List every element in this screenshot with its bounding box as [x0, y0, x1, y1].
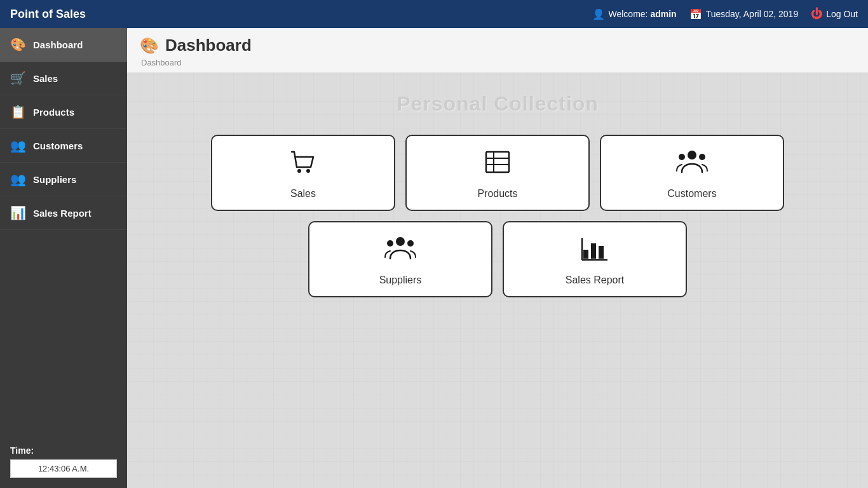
welcome-text: Welcome: admin — [609, 9, 677, 19]
sales-icon: 🛒 — [10, 71, 25, 86]
svg-rect-14 — [599, 246, 604, 259]
logout-label: Log Out — [826, 9, 858, 19]
svg-point-9 — [396, 237, 405, 246]
grid-row-1: Sales Products — [211, 135, 784, 211]
logout-button[interactable]: ⏻ Log Out — [811, 8, 858, 21]
sidebar-footer: Time: 12:43:06 A.M. — [0, 435, 127, 488]
layout: 🎨 Dashboard 🛒 Sales 📋 Products 👥 Custome… — [0, 28, 868, 488]
svg-point-0 — [297, 169, 301, 173]
suppliers-icon: 👥 — [10, 172, 25, 187]
svg-point-11 — [407, 240, 414, 247]
svg-point-6 — [688, 151, 696, 159]
header-right: 👤 Welcome: admin 📅 Tuesday, April 02, 20… — [592, 8, 858, 21]
sidebar-item-products[interactable]: 📋 Products — [0, 95, 127, 129]
sidebar-item-suppliers[interactable]: 👥 Suppliers — [0, 163, 127, 196]
sales-card-label: Sales — [290, 188, 316, 200]
welcome-info: 👤 Welcome: admin — [592, 8, 677, 20]
user-icon: 👤 — [592, 8, 605, 20]
date-text: Tuesday, April 02, 2019 — [706, 9, 799, 19]
dashboard-content: Personal Collection Sales — [127, 73, 868, 488]
dashboard-icon: 🎨 — [10, 37, 25, 52]
breadcrumb: Dashboard — [140, 58, 855, 67]
sidebar-item-dashboard[interactable]: 🎨 Dashboard — [0, 28, 127, 62]
sidebar-label-customers: Customers — [33, 140, 83, 151]
svg-point-7 — [679, 154, 685, 160]
sidebar-label-products: Products — [33, 107, 74, 118]
page-title-icon: 🎨 — [140, 37, 159, 55]
sales-card-icon — [288, 147, 318, 183]
sidebar-label-dashboard: Dashboard — [33, 39, 83, 50]
sidebar: 🎨 Dashboard 🛒 Sales 📋 Products 👥 Custome… — [0, 28, 127, 488]
customers-card-icon — [675, 147, 709, 183]
sales-report-card-icon — [580, 233, 610, 269]
products-card-icon — [482, 147, 513, 183]
sales-report-card[interactable]: Sales Report — [503, 221, 687, 297]
sidebar-item-customers[interactable]: 👥 Customers — [0, 129, 127, 163]
sidebar-label-sales: Sales — [33, 73, 58, 84]
products-card[interactable]: Products — [405, 135, 590, 211]
header: Point of Sales 👤 Welcome: admin 📅 Tuesda… — [0, 0, 868, 28]
collection-title: Personal Collection — [397, 92, 599, 116]
suppliers-card[interactable]: Suppliers — [308, 221, 492, 297]
grid-row-2: Suppliers — [308, 221, 687, 297]
svg-point-8 — [699, 154, 705, 160]
products-card-label: Products — [477, 188, 517, 200]
page-title-row: 🎨 Dashboard — [140, 36, 855, 55]
sales-report-card-label: Sales Report — [566, 274, 625, 286]
power-icon: ⏻ — [811, 8, 822, 21]
svg-rect-13 — [591, 243, 596, 259]
products-icon: 📋 — [10, 104, 25, 119]
sidebar-label-suppliers: Suppliers — [33, 174, 76, 185]
dashboard-grid: Sales Products — [211, 135, 784, 297]
svg-rect-12 — [583, 250, 588, 259]
app-title: Point of Sales — [10, 8, 86, 21]
date-info: 📅 Tuesday, April 02, 2019 — [689, 8, 799, 20]
page-title: Dashboard — [165, 36, 252, 55]
sidebar-item-sales[interactable]: 🛒 Sales — [0, 62, 127, 95]
customers-card-label: Customers — [667, 188, 716, 200]
customers-card[interactable]: Customers — [600, 135, 784, 211]
page-header: 🎨 Dashboard Dashboard — [127, 28, 868, 73]
time-display: 12:43:06 A.M. — [10, 459, 117, 478]
suppliers-card-label: Suppliers — [379, 274, 422, 286]
sidebar-item-sales-report[interactable]: 📊 Sales Report — [0, 196, 127, 230]
customers-icon: 👥 — [10, 138, 25, 153]
svg-point-1 — [306, 169, 310, 173]
time-label: Time: — [10, 445, 117, 456]
sidebar-label-sales-report: Sales Report — [33, 208, 92, 219]
suppliers-card-icon — [384, 233, 417, 269]
main-content: 🎨 Dashboard Dashboard Personal Collectio… — [127, 28, 868, 488]
svg-rect-2 — [486, 152, 509, 172]
sales-card[interactable]: Sales — [211, 135, 395, 211]
svg-point-10 — [387, 240, 393, 247]
sales-report-icon: 📊 — [10, 205, 25, 220]
calendar-icon: 📅 — [689, 8, 702, 20]
